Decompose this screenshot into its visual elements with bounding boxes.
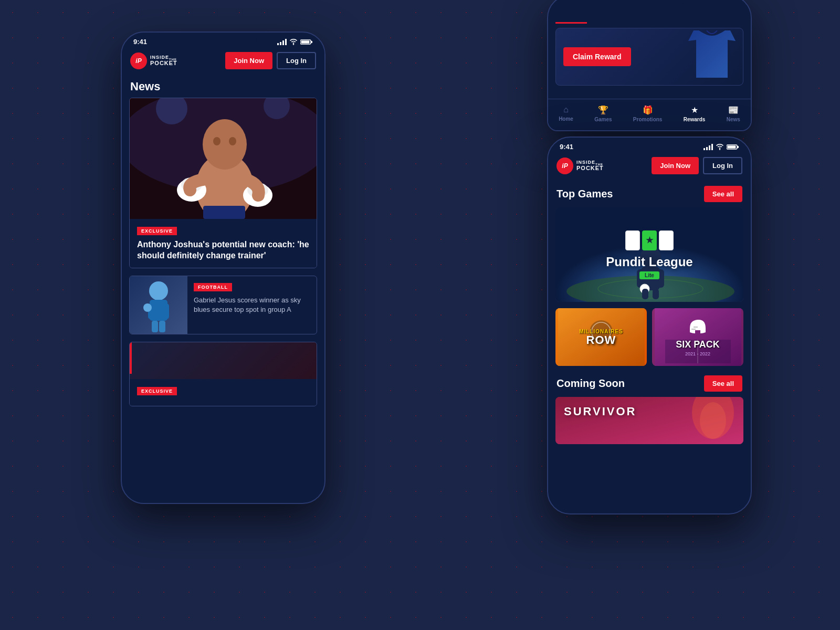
logo-left: iP INSIDETHE POCKET [130,52,177,69]
card-white-left [625,230,640,250]
millionaires-row-tile[interactable]: MILLIONAIRES ROW [555,308,647,366]
article-card-small-1[interactable]: FOOTBALL Gabriel Jesus scores winner as … [129,276,317,334]
phone-games: 9:41 iP INSID [547,136,752,514]
survivor-label: SURVIVOR [564,405,637,418]
six-pack-years: 2021 - 2022 [676,351,720,356]
shirt-svg [688,30,736,83]
logo-text-left: INSIDETHE POCKET [150,55,177,67]
svg-rect-7 [301,40,310,43]
six-pack-tile[interactable]: SIX PACK 2021 - 2022 [652,308,743,366]
news-icon-top-right: 📰 [728,105,739,115]
phone-notch-left [189,33,257,47]
games-grid: MILLIONAIRES ROW [555,308,743,366]
card-green-center: ★ [642,230,657,250]
svg-point-15 [213,137,220,145]
see-all-games-button[interactable]: See all [704,186,742,202]
claim-reward-button[interactable]: Claim Reward [563,47,631,66]
phone-rewards: Claim Reward [547,0,752,131]
svg-rect-22 [203,206,245,219]
svg-point-25 [149,281,168,300]
tag-exclusive-main: EXCLUSIVE [137,227,177,235]
article-card-main[interactable]: VAL EXCLUSIVE Anthony Joshua's potential… [129,98,317,268]
phone-notch-right-top [615,0,684,10]
logo-icon-right: iP [556,158,573,174]
svg-rect-3 [285,39,287,45]
wifi-icon [289,39,298,45]
signal-icon [277,39,287,45]
join-now-button-right[interactable]: Join Now [652,157,699,174]
svg-rect-38 [737,146,739,148]
helmet-svg [687,318,708,336]
nav-promotions[interactable]: 🎁 Promotions [633,105,663,122]
svg-rect-30 [159,321,165,332]
join-now-button-left[interactable]: Join Now [225,52,272,69]
logo-right: iP INSIDETHE POCKET [556,158,604,174]
log-in-button-right[interactable]: Log In [703,157,742,174]
battery-icon-right [727,144,739,150]
status-icons-left [277,39,313,45]
tag-football-1: FOOTBALL [194,283,232,291]
svg-point-31 [143,303,152,312]
see-all-coming-soon-button[interactable]: See all [704,375,742,392]
svg-rect-32 [704,148,705,150]
nav-news[interactable]: 📰 News [727,105,740,122]
shirt-visual [688,30,736,83]
top-games-header: Top Games See all [548,180,751,207]
logo-text-right: INSIDETHE POCKET [576,160,604,172]
svg-rect-48 [642,289,648,299]
status-icons-right [704,144,739,150]
phone-header-left: iP INSIDETHE POCKET Join Now Log In [122,48,324,75]
six-pack-name: SIX PACK [676,339,720,350]
tag-exclusive-2: EXCLUSIVE [137,387,177,395]
phone-header-right: iP INSIDETHE POCKET Join Now Log In [548,153,751,180]
article-card-small-2[interactable]: EXCLUSIVE [129,342,317,406]
svg-rect-1 [280,42,281,45]
signal-icon-right [704,144,713,150]
reward-banner: Claim Reward [555,28,743,86]
svg-rect-49 [653,289,659,299]
survivor-card[interactable]: SURVIVOR [555,397,743,444]
coming-soon-title: Coming Soon [556,377,625,390]
article-preview-content: EXCLUSIVE [130,379,317,406]
pundit-cards-icon: ★ [606,230,692,250]
row-label: ROW [579,334,623,346]
svg-rect-34 [709,145,710,150]
phone-news: 9:41 iP [121,32,326,504]
boxer-svg: VAL [130,98,317,219]
home-icon: ⌂ [563,105,569,114]
svg-rect-35 [711,144,713,150]
nav-rewards[interactable]: ★ Rewards [684,105,706,122]
helmet-visual [676,318,720,338]
six-pack-content: SIX PACK 2021 - 2022 [673,314,723,360]
rewards-indicator [555,22,587,24]
svg-point-4 [293,44,294,45]
log-in-button-left[interactable]: Log In [277,52,316,69]
header-buttons-right: Join Now Log In [652,157,742,174]
article-small-text-1: Gabriel Jesus scores winner as sky blues… [194,296,310,314]
rewards-icon: ★ [691,105,698,115]
svg-rect-6 [311,41,312,43]
phone-notch-right-bottom [615,138,684,152]
nav-home-label: Home [559,116,573,122]
svg-point-36 [719,149,720,150]
time-right: 9:41 [560,143,573,151]
nav-games-label: Games [594,117,612,122]
article-main-headline: Anthony Joshua's potential new coach: 'h… [137,239,309,261]
pundit-league-title-area: ★ Pundit League Lite [606,230,692,279]
svg-point-16 [229,137,236,145]
pundit-league-name: Pundit League [606,255,692,269]
millionaires-row-content: MILLIONAIRES ROW [575,324,627,350]
nav-home[interactable]: ⌂ Home [559,105,573,122]
svg-rect-28 [163,303,169,319]
survivor-content: SURVIVOR [555,397,743,426]
games-icon: 🏆 [598,105,608,115]
article-main-image: VAL [130,98,317,219]
article-small-image-1 [130,276,187,334]
pundit-league-card[interactable]: ★ Pundit League Lite [555,207,743,302]
svg-rect-29 [152,321,158,332]
nav-games[interactable]: 🏆 Games [594,105,612,122]
svg-rect-33 [706,147,708,150]
time-left: 9:41 [133,38,147,46]
pundit-league-badge: Lite [639,271,659,279]
svg-rect-0 [277,43,279,45]
